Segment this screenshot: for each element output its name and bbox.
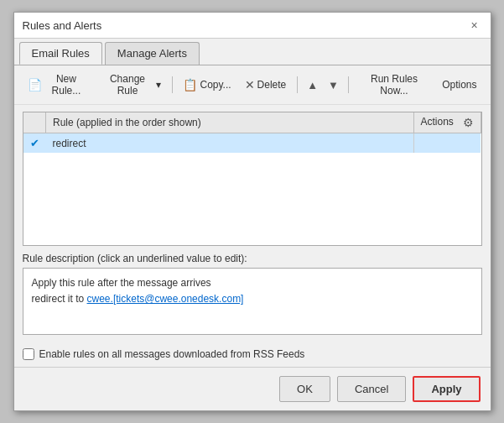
apply-button[interactable]: Apply [413, 376, 480, 402]
description-content: Apply this rule after the message arrive… [23, 268, 482, 335]
dialog-title: Rules and Alerts [23, 19, 102, 32]
copy-icon: 📋 [183, 78, 197, 91]
description-line1: Apply this rule after the message arrive… [32, 275, 473, 291]
content-area: Rule (applied in the order shown) Action… [14, 105, 491, 342]
delete-icon: ✕ [245, 78, 255, 91]
toolbar-separator-1 [172, 76, 173, 93]
col-actions-header: Actions ⚙ [413, 112, 481, 133]
rules-table-wrapper: Rule (applied in the order shown) Action… [23, 112, 482, 246]
new-rule-icon: 📄 [28, 78, 42, 91]
toolbar: 📄 New Rule... Change Rule ▾ 📋 Copy... ✕ … [14, 65, 491, 105]
toolbar-separator-2 [297, 76, 298, 93]
rss-checkbox-row: Enable rules on all messages downloaded … [14, 342, 491, 367]
col-rule-header: Rule (applied in the order shown) [46, 112, 414, 133]
copy-button[interactable]: 📋 Copy... [178, 76, 236, 94]
rss-checkbox[interactable] [23, 348, 34, 360]
tab-email-rules[interactable]: Email Rules [19, 42, 102, 65]
table-row[interactable]: ✔ redirect [23, 133, 481, 154]
change-rule-button[interactable]: Change Rule ▾ [96, 70, 165, 99]
delete-button[interactable]: ✕ Delete [240, 76, 292, 94]
description-box: Rule description (click an underlined va… [23, 253, 482, 335]
tab-bar: Email Rules Manage Alerts [14, 39, 491, 65]
tab-manage-alerts[interactable]: Manage Alerts [105, 42, 200, 65]
col-check [23, 112, 46, 133]
description-label: Rule description (click an underlined va… [23, 253, 482, 264]
ok-button[interactable]: OK [279, 376, 330, 402]
row-checkbox-cell: ✔ [23, 133, 46, 154]
filter-icon: ⚙ [463, 116, 474, 129]
move-down-button[interactable]: ▼ [325, 77, 342, 93]
run-rules-button[interactable]: Run Rules Now... [355, 70, 434, 99]
new-rule-button[interactable]: 📄 New Rule... [23, 70, 94, 99]
rules-and-alerts-dialog: Rules and Alerts × Email Rules Manage Al… [13, 12, 491, 411]
rules-table: Rule (applied in the order shown) Action… [23, 112, 481, 153]
toolbar-separator-3 [348, 76, 349, 93]
rule-actions-cell [413, 133, 481, 154]
close-button[interactable]: × [467, 18, 482, 33]
description-line2: redirect it to cwee.[tickets@cwee.onedes… [32, 291, 473, 307]
description-line2-prefix: redirect it to [32, 293, 87, 305]
cancel-button[interactable]: Cancel [337, 376, 406, 402]
title-bar: Rules and Alerts × [14, 13, 491, 39]
checked-icon: ✔ [30, 137, 39, 149]
rule-name-cell: redirect [46, 133, 414, 154]
chevron-down-icon: ▾ [156, 79, 161, 91]
options-button[interactable]: Options [437, 76, 481, 93]
description-link[interactable]: cwee.[tickets@cwee.onedesk.com] [87, 293, 244, 305]
button-bar: OK Cancel Apply [14, 367, 491, 410]
rss-label: Enable rules on all messages downloaded … [39, 348, 305, 360]
move-up-button[interactable]: ▲ [304, 77, 321, 93]
